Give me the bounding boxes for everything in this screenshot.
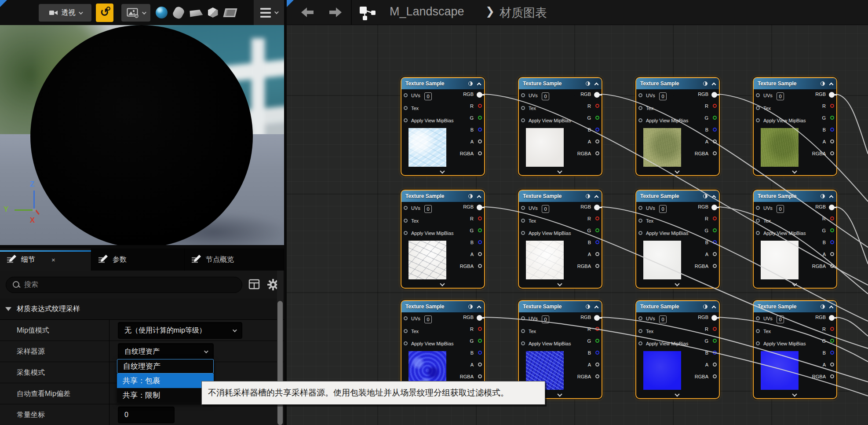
output-pin-b[interactable] — [595, 240, 599, 244]
output-pin-rgba[interactable] — [713, 151, 717, 155]
input-pin-apply-view-mipbias[interactable] — [756, 231, 760, 235]
node-expand-icon[interactable] — [557, 281, 562, 286]
node-header[interactable]: Texture Sample — [636, 78, 719, 90]
chevron-up-icon[interactable] — [477, 306, 481, 310]
preview-viewport[interactable]: Z Y X 透视 ↺ — [0, 0, 284, 249]
node-expand-icon[interactable] — [440, 281, 445, 286]
input-pin-apply-view-mipbias[interactable] — [404, 341, 408, 345]
preview-shape-cylinder-icon[interactable] — [172, 6, 185, 19]
node-expand-icon[interactable] — [792, 281, 797, 286]
chevron-up-icon[interactable] — [594, 195, 599, 200]
output-pin-a[interactable] — [830, 139, 834, 143]
output-pin-b[interactable] — [595, 351, 599, 355]
uv-index-box[interactable]: 0 — [542, 92, 549, 100]
input-pin-apply-view-mipbias[interactable] — [638, 341, 642, 345]
chevron-up-icon[interactable] — [829, 195, 834, 200]
dropdown-option[interactable]: 自纹理资产 — [117, 359, 214, 374]
node-expand-icon[interactable] — [792, 169, 797, 173]
input-pin-uvs[interactable] — [638, 93, 642, 97]
output-pin-b[interactable] — [478, 128, 482, 132]
output-pin-rgba[interactable] — [830, 374, 834, 378]
preview-shape-plane-icon[interactable] — [189, 6, 202, 19]
output-pin-g[interactable] — [595, 228, 599, 232]
node-preview-toggle-icon[interactable] — [586, 81, 590, 86]
chevron-up-icon[interactable] — [829, 306, 834, 310]
input-pin-tex[interactable] — [404, 329, 408, 333]
output-pin-r[interactable] — [595, 327, 599, 331]
output-pin-a[interactable] — [478, 363, 482, 366]
details-scrollbar-thumb[interactable] — [277, 301, 283, 425]
input-pin-uvs[interactable] — [756, 93, 760, 97]
output-pin-a[interactable] — [713, 139, 717, 143]
input-pin-apply-view-mipbias[interactable] — [756, 118, 760, 122]
output-pin-rgb[interactable] — [829, 205, 835, 210]
texture-sample-node[interactable]: Texture SampleUVs0TexApply View MipBiasR… — [401, 77, 485, 176]
output-pin-r[interactable] — [713, 104, 717, 108]
uv-index-box[interactable]: 0 — [777, 315, 784, 323]
node-expand-icon[interactable] — [557, 169, 562, 173]
input-pin-uvs[interactable] — [638, 206, 642, 210]
texture-sample-node[interactable]: Texture SampleUVs0TexApply View MipBiasR… — [518, 77, 602, 176]
chevron-up-icon[interactable] — [712, 83, 716, 87]
output-pin-rgb[interactable] — [829, 92, 835, 98]
output-pin-rgba[interactable] — [713, 264, 717, 268]
node-expand-icon[interactable] — [792, 392, 797, 396]
screenshot-options-button[interactable] — [121, 4, 150, 22]
input-pin-tex[interactable] — [638, 106, 642, 110]
property-input[interactable]: 0 — [118, 407, 175, 423]
node-expand-icon[interactable] — [557, 392, 562, 396]
uv-index-box[interactable]: 0 — [542, 205, 549, 213]
output-pin-rgba[interactable] — [830, 151, 834, 155]
texture-sample-node[interactable]: Texture SampleUVs0TexApply View MipBiasR… — [753, 190, 837, 289]
node-preview-toggle-icon[interactable] — [821, 194, 825, 198]
tab-details[interactable]: 细节× — [0, 249, 91, 271]
input-pin-uvs[interactable] — [521, 316, 525, 320]
input-pin-apply-view-mipbias[interactable] — [404, 118, 408, 122]
output-pin-r[interactable] — [713, 216, 717, 220]
realtime-preview-button[interactable]: ↺ — [96, 4, 113, 22]
node-preview-toggle-icon[interactable] — [821, 304, 825, 309]
node-preview-toggle-icon[interactable] — [703, 304, 708, 309]
input-pin-tex[interactable] — [521, 106, 525, 110]
texture-sample-node[interactable]: Texture SampleUVs0TexApply View MipBiasR… — [518, 190, 602, 289]
preview-shape-cube-icon[interactable] — [206, 6, 219, 19]
node-preview-toggle-icon[interactable] — [703, 81, 708, 86]
output-pin-r[interactable] — [478, 327, 482, 331]
output-pin-rgb[interactable] — [477, 92, 482, 98]
output-pin-r[interactable] — [595, 104, 599, 108]
input-pin-tex[interactable] — [404, 219, 408, 223]
output-pin-b[interactable] — [713, 128, 717, 132]
uv-index-box[interactable]: 0 — [424, 205, 432, 213]
output-pin-rgba[interactable] — [595, 374, 599, 378]
input-pin-uvs[interactable] — [638, 316, 642, 320]
input-pin-tex[interactable] — [404, 106, 408, 110]
material-graph-panel[interactable]: Texture SampleUVs0TexApply View MipBiasR… — [287, 0, 868, 425]
output-pin-rgb[interactable] — [711, 205, 717, 210]
output-pin-r[interactable] — [830, 327, 834, 331]
uv-index-box[interactable]: 0 — [424, 315, 432, 323]
output-pin-r[interactable] — [478, 216, 482, 220]
output-pin-rgba[interactable] — [595, 151, 599, 155]
node-preview-toggle-icon[interactable] — [468, 194, 473, 198]
output-pin-g[interactable] — [478, 228, 482, 232]
output-pin-rgb[interactable] — [829, 315, 835, 321]
output-pin-a[interactable] — [595, 252, 599, 256]
output-pin-b[interactable] — [713, 351, 717, 355]
node-preview-toggle-icon[interactable] — [586, 304, 590, 309]
node-header[interactable]: Texture Sample — [401, 301, 484, 313]
chevron-up-icon[interactable] — [712, 195, 716, 200]
output-pin-rgb[interactable] — [711, 92, 717, 98]
output-pin-b[interactable] — [478, 351, 482, 355]
node-header[interactable]: Texture Sample — [636, 191, 719, 202]
input-pin-uvs[interactable] — [404, 206, 408, 210]
preview-shape-custom-mesh-icon[interactable] — [223, 6, 237, 19]
output-pin-r[interactable] — [830, 216, 834, 220]
preview-shape-sphere-icon[interactable] — [155, 6, 168, 19]
property-dropdown[interactable]: 自纹理资产 — [118, 343, 214, 360]
display-filter-grid-icon[interactable] — [248, 278, 261, 291]
node-expand-icon[interactable] — [675, 169, 679, 173]
node-header[interactable]: Texture Sample — [519, 78, 602, 90]
output-pin-a[interactable] — [713, 363, 717, 366]
output-pin-rgb[interactable] — [711, 315, 717, 321]
dropdown-option[interactable]: 共享：限制 — [117, 388, 214, 403]
